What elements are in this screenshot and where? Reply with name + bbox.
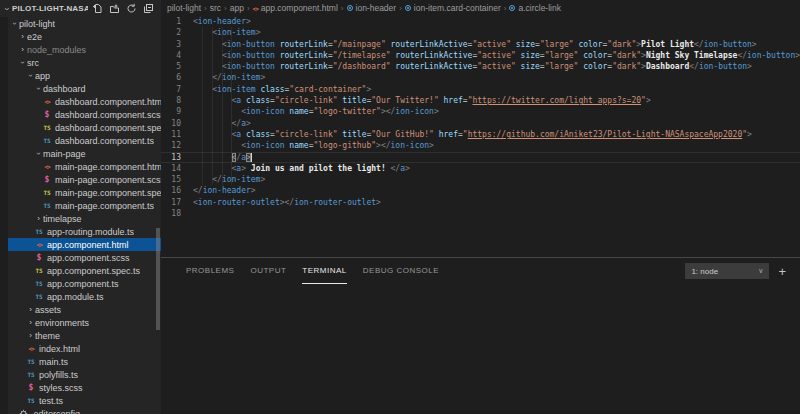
vscode-window: › PILOT-LIGHT-NASASPA... ›pilot-light›e2…	[0, 0, 800, 414]
chevron-right-icon: ›	[18, 45, 27, 54]
tree-item-index.html[interactable]: <>index.html	[8, 342, 161, 355]
line-number: 17	[161, 197, 193, 208]
code-token: ion-icon	[391, 141, 430, 150]
tree-item-app-routing.module.ts[interactable]: TSapp-routing.module.ts	[8, 225, 161, 238]
code-token: >	[251, 186, 256, 195]
tree-item-dashboard.component.html[interactable]: <>dashboard.component.html	[8, 95, 161, 108]
tree-item-e2e[interactable]: ›e2e	[8, 30, 161, 43]
code-line-18[interactable]: 18	[161, 208, 800, 219]
chevron-down-icon: ›	[18, 58, 27, 67]
tree-item-main-page[interactable]: ›main-page	[8, 147, 161, 160]
breadcrumb-item-ion-item.card-container[interactable]: ion-item.card-container	[405, 3, 501, 13]
ts-file-icon: TS	[42, 201, 52, 211]
code-line-12[interactable]: 12 <ion-icon name="logo-github"></ion-ic…	[161, 140, 800, 151]
code-token: class	[241, 96, 270, 105]
tree-item-app.component.ts[interactable]: TSapp.component.ts	[8, 277, 161, 290]
code-line-13[interactable]: 13 </a>	[161, 152, 800, 163]
tree-item-app[interactable]: ›app	[8, 69, 161, 82]
line-number: 11	[161, 129, 193, 140]
breadcrumb-item-app.component.html[interactable]: <>app.component.html	[253, 3, 338, 13]
tree-item-test.ts[interactable]: TStest.ts	[8, 394, 161, 407]
indent	[193, 153, 232, 162]
code-text: <ion-button routerLink="/dashboard" rout…	[193, 61, 752, 72]
panel-tab-terminal[interactable]: TERMINAL	[302, 258, 346, 284]
tree-item-app.component.spec.ts[interactable]: TSapp.component.spec.ts	[8, 264, 161, 277]
new-folder-icon[interactable]	[109, 3, 120, 14]
breadcrumb-item-pilot-light[interactable]: pilot-light	[167, 3, 201, 13]
tree-item-main-page.component.ts[interactable]: TSmain-page.component.ts	[8, 199, 161, 212]
code-token: "dark"	[612, 62, 641, 71]
code-line-6[interactable]: 6 </ion-item>	[161, 72, 800, 83]
tree-item-main-page.component.html[interactable]: <>main-page.component.html	[8, 160, 161, 173]
tree-item-dashboard.component.scss[interactable]: $dashboard.component.scss	[8, 108, 161, 121]
tree-item-label: app-routing.module.ts	[47, 227, 134, 237]
code-token: ion-header	[203, 186, 251, 195]
code-token: ion-icon	[246, 141, 285, 150]
indent	[193, 164, 232, 173]
code-token: >	[366, 85, 371, 94]
ts-file-icon: TS	[34, 227, 44, 237]
tree-item-src[interactable]: ›src	[8, 56, 161, 69]
code-line-3[interactable]: 3 <ion-button routerLink="/mainpage" rou…	[161, 39, 800, 50]
tree-item-main-page.component.spec.ts[interactable]: TSmain-page.component.spec.ts	[8, 186, 161, 199]
code-token: </	[694, 40, 704, 49]
terminal-selector[interactable]: 1: node ∨	[685, 263, 769, 279]
html-file-icon: <>	[26, 344, 36, 354]
code-line-15[interactable]: 15 </ion-item>	[161, 174, 800, 185]
code-token: </	[391, 164, 401, 173]
tree-item-theme[interactable]: ›theme	[8, 329, 161, 342]
tree-item-polyfills.ts[interactable]: TSpolyfills.ts	[8, 368, 161, 381]
code-line-14[interactable]: 14 <a> Join us and pilot the light! </a>	[161, 163, 800, 174]
panel-tab-output[interactable]: OUTPUT	[250, 258, 286, 284]
tree-item-main.ts[interactable]: TSmain.ts	[8, 355, 161, 368]
code-line-7[interactable]: 7 <ion-item class="card-container">	[161, 84, 800, 95]
code-line-11[interactable]: 11 <a class="circle-link" title="Our Git…	[161, 129, 800, 140]
tree-item-dashboard.component.ts[interactable]: TSdashboard.component.ts	[8, 134, 161, 147]
refresh-icon[interactable]	[126, 3, 137, 14]
breadcrumb-item-ion-header[interactable]: ion-header	[347, 3, 397, 13]
tree-item-app.module.ts[interactable]: TSapp.module.ts	[8, 290, 161, 303]
code-line-10[interactable]: 10 </a>	[161, 118, 800, 129]
code-line-17[interactable]: 17<ion-router-outlet></ion-router-outlet…	[161, 197, 800, 208]
breadcrumb-item-src[interactable]: src	[210, 3, 221, 13]
code-line-4[interactable]: 4 <ion-button routerLink="/timelapse" ro…	[161, 50, 800, 61]
tree-item-pilot-light[interactable]: ›pilot-light	[8, 17, 161, 30]
code-editor[interactable]: 1<ion-header>2 <ion-item>3 <ion-button r…	[161, 16, 800, 257]
code-line-1[interactable]: 1<ion-header>	[161, 16, 800, 27]
code-token: "active"	[477, 62, 516, 71]
tree-item-app.component.scss[interactable]: $app.component.scss	[8, 251, 161, 264]
tree-item-timelapse[interactable]: ›timelapse	[8, 212, 161, 225]
indent	[193, 96, 232, 105]
code-line-5[interactable]: 5 <ion-button routerLink="/dashboard" ro…	[161, 61, 800, 72]
tree-item-.editorconfig[interactable]: .editorconfig	[8, 407, 161, 414]
tree-item-environments[interactable]: ›environments	[8, 316, 161, 329]
code-line-8[interactable]: 8 <a class="circle-link" title="Our Twit…	[161, 95, 800, 106]
tree-item-dashboard.component.spec.ts[interactable]: TSdashboard.component.spec.ts	[8, 121, 161, 134]
panel-tab-problems[interactable]: PROBLEMS	[186, 258, 234, 284]
code-token: ion-item	[222, 175, 261, 184]
tree-item-styles.scss[interactable]: $styles.scss	[8, 381, 161, 394]
breadcrumb-item-a.circle-link[interactable]: a.circle-link	[509, 3, 561, 13]
explorer-section-header[interactable]: › PILOT-LIGHT-NASASPA...	[0, 0, 161, 17]
code-line-9[interactable]: 9 <ion-icon name="logo-twitter"></ion-ic…	[161, 106, 800, 117]
code-text: <ion-button routerLink="/mainpage" route…	[193, 39, 757, 50]
code-token: >	[752, 40, 757, 49]
new-terminal-button[interactable]: +	[778, 265, 786, 278]
code-line-2[interactable]: 2 <ion-item>	[161, 27, 800, 38]
code-line-16[interactable]: 16</ion-header>	[161, 185, 800, 196]
tree-item-app.component.html[interactable]: <>app.component.html	[8, 238, 161, 251]
sidebar-scrollbar[interactable]	[156, 228, 160, 330]
tree-item-dashboard[interactable]: ›dashboard	[8, 82, 161, 95]
panel-tab-debug-console[interactable]: DEBUG CONSOLE	[363, 258, 439, 284]
new-file-icon[interactable]	[92, 3, 103, 14]
code-token: >	[260, 73, 265, 82]
code-token: title	[338, 96, 367, 105]
breadcrumb-item-app[interactable]: app	[230, 3, 244, 13]
tree-item-label: main-page.component.ts	[55, 201, 154, 211]
ts-file-icon: TS	[26, 357, 36, 367]
code-token: >	[260, 175, 265, 184]
collapse-all-icon[interactable]	[143, 3, 154, 14]
tree-item-main-page.component.scss[interactable]: $main-page.component.scss	[8, 173, 161, 186]
tree-item-assets[interactable]: ›assets	[8, 303, 161, 316]
tree-item-node_modules[interactable]: ›node_modules	[8, 43, 161, 56]
